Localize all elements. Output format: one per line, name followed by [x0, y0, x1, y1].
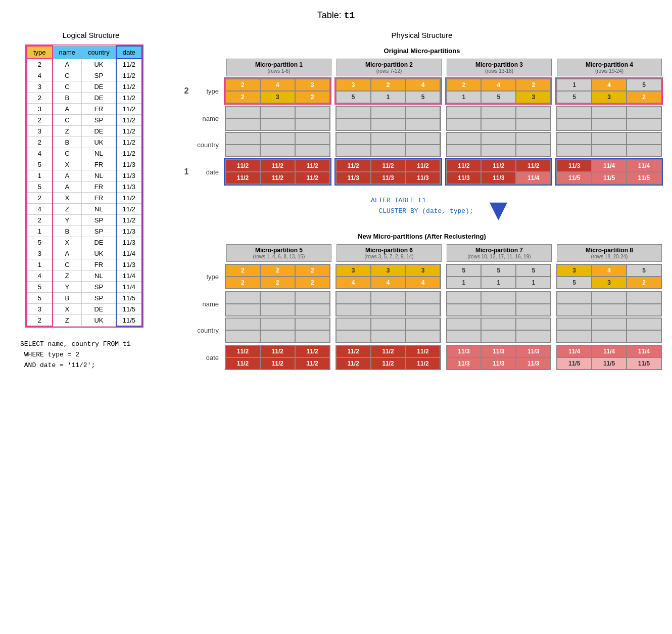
date-cell: 11/2: [116, 81, 142, 93]
partition-header-1: Micro-partition 6(rows 3, 5, 7, 2, 9, 14…: [337, 244, 442, 262]
name-section-row: name: [182, 106, 662, 131]
date-cell: 11/2: [116, 104, 142, 115]
date-cell: 11/5: [116, 304, 142, 315]
grid-cell: 11/5: [592, 172, 626, 184]
original-label: Original Micro-partitions: [182, 47, 662, 55]
date-grid-0: 11/211/211/211/211/211/2: [225, 159, 330, 185]
name-label: name: [194, 115, 222, 122]
grid-cell: 11/2: [261, 172, 295, 184]
type-cell: 5: [27, 282, 53, 293]
date-cell: 11/3: [116, 226, 142, 237]
grid-cell: 11/5: [557, 172, 591, 184]
grid-cell: 11/3: [337, 172, 370, 184]
grid-cell: 11/3: [447, 346, 481, 357]
table-row: 2AUK11/2: [27, 59, 142, 70]
country-cell: DE: [82, 237, 116, 248]
date-cell: 11/3: [116, 159, 142, 170]
new-date-section-row: date 11/211/211/211/211/211/211/211/211/…: [182, 345, 662, 370]
grid-cell: 11/3: [447, 172, 481, 184]
new-label: New Micro-partitions (After Reclustering…: [182, 233, 662, 240]
down-arrow-icon: ▼: [484, 195, 513, 225]
country-cell: FR: [82, 193, 116, 204]
table-row: 1BSP11/3: [27, 226, 142, 237]
grid-cell: 11/4: [627, 346, 661, 357]
type-grid-2: 555111: [446, 264, 552, 289]
grid-cell: 11/5: [557, 358, 591, 369]
new-headers-row: Micro-partition 5(rows 1, 4, 6, 8, 13, 1…: [226, 244, 662, 262]
type-cell: 2: [27, 59, 53, 70]
table-row: 2XFR11/2: [27, 193, 142, 204]
type-cell: 2: [27, 215, 53, 226]
table-row: 2ZUK11/5: [27, 315, 142, 327]
grid-cell: 11/4: [592, 160, 626, 171]
col-header-type: type: [27, 46, 53, 59]
grid-cell: 11/4: [516, 172, 550, 184]
date-cell: 11/2: [116, 59, 142, 70]
country-cell: DE: [82, 93, 116, 104]
date-cell: 11/2: [116, 93, 142, 104]
grid-cell: 11/2: [406, 160, 440, 171]
date-grid-2: 11/211/211/211/311/311/4: [446, 159, 552, 185]
name-grid-2: [446, 106, 552, 131]
grid-cell: 11/2: [296, 346, 329, 357]
name-cell: X: [53, 237, 82, 248]
country-cell: SP: [82, 215, 116, 226]
grid-cell: 3: [557, 265, 591, 276]
grid-cell: 5: [557, 92, 591, 103]
country-cell: SP: [82, 115, 116, 126]
type-grid-1: 333444: [335, 264, 441, 289]
grid-cell: 2: [226, 92, 260, 103]
grid-cell: 3: [592, 277, 626, 288]
date-cell: 11/4: [116, 282, 142, 293]
physical-structure-title: Physical Structure: [182, 31, 662, 39]
name-cell: Z: [53, 270, 82, 282]
name-cell: A: [53, 248, 82, 259]
grid-cell: 2: [296, 92, 329, 103]
grid-cell: 11/2: [261, 358, 295, 369]
grid-cell: 11/2: [296, 358, 329, 369]
grid-cell: 4: [337, 277, 370, 288]
grid-cell: 11/2: [406, 358, 440, 369]
table-row: 4ZNL11/2: [27, 204, 142, 215]
country-cell: UK: [82, 315, 116, 327]
name-grid-0: [225, 106, 330, 131]
date-cell: 11/2: [116, 148, 142, 159]
partition-header-0: Micro-partition 5(rows 1, 4, 6, 8, 13, 1…: [226, 244, 331, 262]
country-cell: UK: [82, 248, 116, 259]
date-cell: 11/2: [116, 126, 142, 137]
table-row: 3XDE11/5: [27, 304, 142, 315]
name-grid-2: [446, 291, 552, 316]
country-grid-1: [335, 132, 441, 157]
grid-cell: 2: [261, 265, 295, 276]
grid-cell: 11/3: [516, 346, 550, 357]
grid-cell: 11/2: [482, 160, 515, 171]
date-cell: 11/3: [116, 259, 142, 270]
country-label: country: [194, 141, 222, 149]
date-cell: 11/3: [116, 237, 142, 248]
name-cell: A: [53, 104, 82, 115]
grid-cell: 1: [482, 277, 515, 288]
type-cell: 2: [27, 193, 53, 204]
country-cell: SP: [82, 70, 116, 81]
sql-query: SELECT name, country FROM t1 WHERE type …: [20, 339, 172, 371]
grid-cell: 11/2: [516, 160, 550, 171]
table-row: 1CFR11/3: [27, 259, 142, 270]
grid-cell: 11/3: [482, 346, 515, 357]
table-name: t1: [344, 11, 355, 21]
country-cell: FR: [82, 104, 116, 115]
date-cell: 11/3: [116, 182, 142, 193]
name-grid-3: [556, 106, 662, 131]
grid-cell: 2: [516, 79, 550, 90]
type-cell: 4: [27, 204, 53, 215]
country-cell: NL: [82, 204, 116, 215]
grid-cell: 5: [516, 265, 550, 276]
new-type-row: 222222333444555111345532: [225, 264, 662, 289]
name-cell: Y: [53, 282, 82, 293]
date-section-row: 1 date 11/211/211/211/211/211/211/211/21…: [182, 159, 662, 185]
date-grid-0: 11/211/211/211/211/211/2: [225, 345, 330, 370]
grid-cell: 11/3: [406, 172, 440, 184]
grid-cell: 11/3: [371, 172, 405, 184]
grid-cell: 11/2: [337, 160, 370, 171]
new-type-label: type: [194, 273, 222, 281]
date-cell: 11/4: [116, 270, 142, 282]
